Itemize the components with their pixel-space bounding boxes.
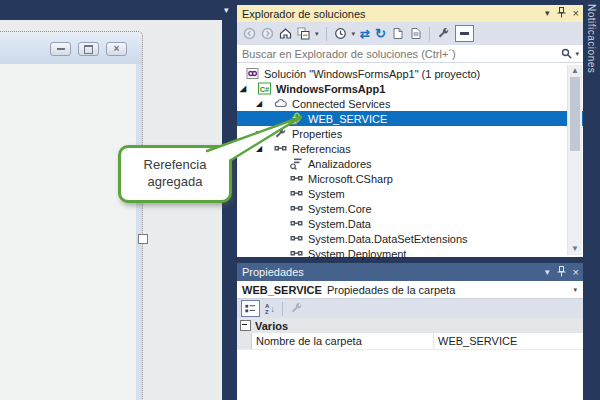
scroll-down-icon[interactable]: ▼ — [568, 244, 582, 254]
toolbar-separator — [282, 302, 283, 316]
designed-form[interactable]: × — [0, 31, 143, 400]
reference-icon — [290, 232, 306, 245]
minimize-icon — [57, 48, 65, 50]
properties-page-icon[interactable] — [391, 27, 404, 40]
solution-tree: Solución "WindowsFormsApp1" (1 proyecto)… — [237, 63, 583, 257]
callout-text: Rerefencia agregada — [129, 157, 221, 191]
tree-item-label: System — [308, 188, 345, 200]
tree-item-referencias[interactable]: ◢Referencias — [237, 141, 586, 156]
chevron-down-icon[interactable]: ▾ — [352, 30, 356, 38]
solution-explorer-toolbar: ▾▾⇄↻ — [237, 22, 583, 45]
form-title-bar: × — [0, 33, 142, 64]
tree-item-system-data[interactable]: System.Data — [237, 216, 600, 231]
search-input[interactable] — [242, 48, 561, 60]
reference-icon — [290, 247, 306, 260]
tree-item-system[interactable]: System — [237, 186, 600, 201]
chevron-down-icon[interactable]: ▾ — [575, 50, 579, 58]
property-grid: Varios Nombre de la carpetaWEB_SERVICE — [237, 318, 583, 400]
properties-header[interactable]: Propiedades ▾ × — [237, 263, 583, 281]
history-icon[interactable] — [334, 27, 347, 40]
alphabetical-icon[interactable]: AZ↓ — [265, 303, 275, 315]
tree-item-web-service[interactable]: WEB_SERVICE — [237, 111, 600, 126]
tree-item-label: Connected Services — [292, 98, 390, 110]
tree-item-label: WEB_SERVICE — [308, 113, 387, 125]
form-client-area[interactable] — [0, 64, 142, 400]
category-row[interactable]: Varios — [237, 318, 583, 333]
expand-icon[interactable]: ▷ — [256, 129, 274, 138]
chevron-down-icon[interactable]: ▾ — [315, 30, 319, 38]
close-icon: × — [114, 44, 120, 54]
form-maximize-button[interactable] — [78, 42, 99, 56]
property-value[interactable]: WEB_SERVICE — [434, 333, 583, 349]
search-box: ▾ — [237, 45, 583, 63]
chevron-down-icon[interactable]: ▾ — [224, 5, 229, 15]
solution-explorer-title: Explorador de soluciones — [242, 8, 545, 20]
properties-toolbar: AZ↓ — [237, 299, 583, 318]
collapse-icon[interactable]: ◢ — [256, 144, 274, 153]
toolbar-separator — [326, 27, 327, 41]
tree-item-label: System.Data — [308, 218, 371, 230]
sync-icon[interactable]: ⇄ — [360, 28, 370, 40]
solution-icon — [246, 67, 262, 80]
tree-item-windowsformsapp1[interactable]: ◢C#WindowsFormsApp1 — [237, 81, 570, 96]
wrench-icon[interactable] — [437, 27, 450, 40]
tree-item-label: Analizadores — [308, 158, 372, 170]
tree-item-system-core[interactable]: System.Core — [237, 201, 600, 216]
svg-text:C#: C# — [260, 85, 270, 94]
tree-item-properties[interactable]: ▷Properties — [237, 126, 586, 141]
form-right-border — [136, 64, 142, 400]
chevron-down-icon[interactable]: ▾ — [545, 9, 550, 18]
collapse-all-icon[interactable] — [297, 27, 310, 40]
categorized-icon[interactable] — [241, 300, 260, 317]
web-service-icon — [290, 112, 306, 125]
scrollbar-thumb[interactable] — [570, 77, 580, 151]
search-icon[interactable] — [561, 48, 573, 60]
reference-icon — [274, 142, 290, 155]
close-icon[interactable]: × — [573, 8, 579, 19]
callout-bubble: Rerefencia agregada — [118, 145, 232, 203]
csharp-project-icon: C# — [258, 82, 274, 95]
close-icon[interactable]: × — [573, 267, 579, 278]
forward-icon[interactable] — [261, 27, 274, 40]
notifications-label: Notificaciones — [586, 4, 597, 73]
form-resize-handle[interactable] — [138, 234, 148, 244]
collapse-icon[interactable]: ◢ — [240, 84, 258, 93]
toggle-pressed-icon[interactable] — [455, 25, 474, 42]
tree-item-system-data-datasetextensions[interactable]: System.Data.DataSetExtensions — [237, 231, 600, 246]
property-row[interactable]: Nombre de la carpetaWEB_SERVICE — [237, 333, 583, 350]
home-icon[interactable] — [279, 27, 292, 40]
scroll-up-icon[interactable]: ▲ — [568, 66, 582, 76]
toolbar-separator — [429, 27, 430, 41]
chevron-down-icon[interactable]: ▾ — [573, 286, 577, 294]
wrench-icon — [274, 127, 290, 140]
tree-item-label: System.Data.DataSetExtensions — [308, 233, 468, 245]
object-selector[interactable]: WEB_SERVICE Propiedades de la carpeta ▾ — [237, 281, 583, 299]
editor-top-bar — [0, 0, 222, 20]
pin-icon[interactable] — [557, 266, 566, 279]
form-close-button[interactable]: × — [106, 42, 127, 56]
solution-explorer-header[interactable]: Explorador de soluciones ▾ × — [237, 5, 583, 22]
form-minimize-button[interactable] — [50, 42, 71, 56]
collapse-category-icon[interactable] — [240, 320, 251, 331]
refresh-icon[interactable]: ↻ — [375, 27, 386, 40]
preview-icon[interactable] — [409, 27, 422, 40]
tree-item-label: WindowsFormsApp1 — [276, 83, 385, 95]
tree-item-connected-services[interactable]: ◢Connected Services — [237, 96, 586, 111]
object-description: Propiedades de la carpeta — [327, 284, 455, 296]
tree-item-microsoft-csharp[interactable]: Microsoft.CSharp — [237, 171, 600, 186]
tree-item-label: Properties — [292, 128, 342, 140]
tree-item-analizadores[interactable]: Analizadores — [237, 156, 600, 171]
notifications-tab[interactable]: Notificaciones — [583, 0, 600, 400]
form-designer-surface[interactable]: × — [0, 20, 222, 400]
tree-item-label: System.Deployment — [308, 248, 406, 260]
back-icon[interactable] — [243, 27, 256, 40]
properties-panel: Propiedades ▾ × WEB_SERVICE Propiedades … — [237, 263, 583, 400]
collapse-icon[interactable]: ◢ — [256, 99, 274, 108]
pin-icon[interactable] — [557, 7, 566, 20]
chevron-down-icon[interactable]: ▾ — [545, 268, 550, 277]
tree-item-soluci-n-windowsformsapp1-1-proyecto[interactable]: Solución "WindowsFormsApp1" (1 proyecto) — [237, 66, 576, 81]
tree-item-system-deployment[interactable]: System.Deployment — [237, 246, 600, 261]
wrench-disabled-icon[interactable] — [290, 302, 303, 315]
row-gutter — [237, 333, 252, 349]
tree-scrollbar[interactable]: ▲ ▼ — [567, 65, 582, 255]
